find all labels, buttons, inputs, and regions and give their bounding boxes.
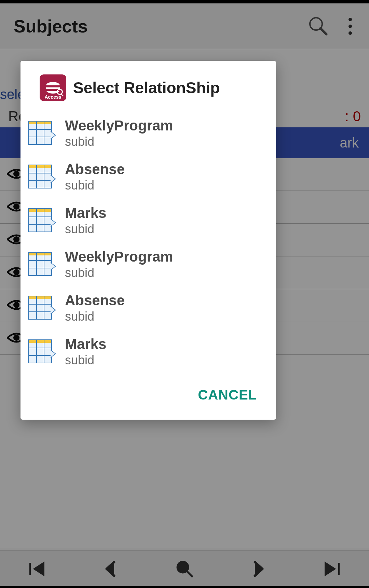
relationship-list: WeeklyProgramsubidAbsensesubidMarkssubid… xyxy=(20,111,276,374)
table-link-icon xyxy=(27,163,55,191)
relationship-field: subid xyxy=(65,353,106,367)
relationship-name: WeeklyProgram xyxy=(65,249,173,265)
relationship-name: Marks xyxy=(65,205,106,221)
relationship-item[interactable]: Absensesubid xyxy=(20,286,276,330)
relationship-name: Absense xyxy=(65,161,125,178)
table-link-icon xyxy=(27,207,55,234)
select-relationship-dialog: Access Select RelationShip WeeklyProgram… xyxy=(20,61,276,420)
relationship-item[interactable]: WeeklyProgramsubid xyxy=(20,111,276,155)
relationship-name: Absense xyxy=(65,292,125,309)
app-icon: Access xyxy=(40,74,66,101)
relationship-field: subid xyxy=(65,309,125,324)
relationship-field: subid xyxy=(65,222,106,236)
dialog-title: Select RelationShip xyxy=(73,79,220,97)
relationship-field: subid xyxy=(65,135,173,149)
relationship-field: subid xyxy=(65,178,125,193)
table-link-icon xyxy=(27,251,55,278)
relationship-item[interactable]: Markssubid xyxy=(20,330,276,374)
table-link-icon xyxy=(27,338,55,365)
relationship-name: Marks xyxy=(65,336,106,352)
relationship-item[interactable]: WeeklyProgramsubid xyxy=(20,242,276,286)
nav-bar-edge xyxy=(0,586,369,588)
cancel-button[interactable]: CANCEL xyxy=(198,387,257,403)
relationship-name: WeeklyProgram xyxy=(65,117,173,134)
table-link-icon xyxy=(27,120,55,147)
table-link-icon xyxy=(27,294,55,322)
relationship-item[interactable]: Markssubid xyxy=(20,199,276,242)
relationship-item[interactable]: Absensesubid xyxy=(20,155,276,199)
relationship-field: subid xyxy=(65,266,173,280)
